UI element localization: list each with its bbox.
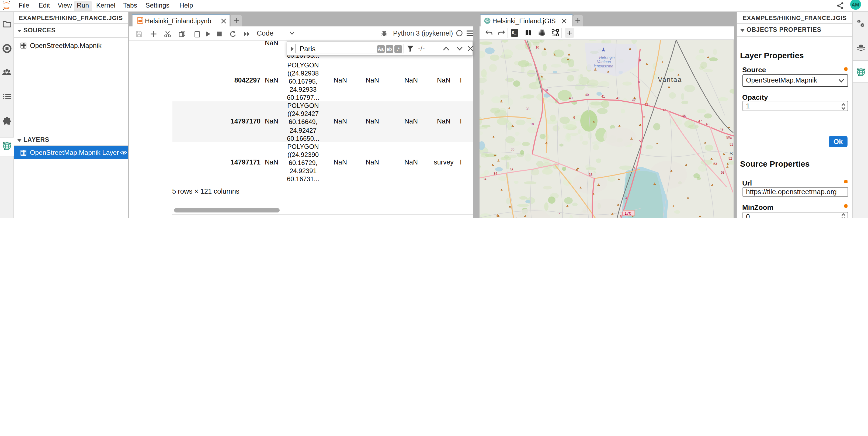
svg-text:10: 10 <box>544 88 548 92</box>
svg-text:3: 3 <box>620 215 621 218</box>
svg-text:8: 8 <box>638 80 640 84</box>
svg-text:38: 38 <box>526 107 530 111</box>
svg-text:9: 9 <box>639 58 641 62</box>
svg-text:51: 51 <box>730 142 733 146</box>
svg-text:50a: 50a <box>726 135 732 139</box>
svg-text:41: 41 <box>616 96 620 100</box>
svg-text:46: 46 <box>682 114 686 118</box>
svg-text:42: 42 <box>632 98 636 102</box>
svg-text:47: 47 <box>698 119 702 123</box>
svg-text:53: 53 <box>721 170 725 174</box>
svg-text:lentoasema: lentoasema <box>594 64 613 68</box>
svg-text:Helsingin: Helsingin <box>599 55 615 59</box>
svg-text:41: 41 <box>601 94 605 98</box>
svg-text:10: 10 <box>535 45 539 49</box>
svg-text:36: 36 <box>511 147 515 151</box>
svg-text:40: 40 <box>569 96 573 100</box>
svg-text:38: 38 <box>589 173 593 176</box>
svg-text:49: 49 <box>720 127 723 131</box>
svg-text:52: 52 <box>728 156 732 160</box>
svg-text:48: 48 <box>706 122 710 126</box>
svg-text:Vantaa: Vantaa <box>658 76 682 83</box>
svg-text:5: 5 <box>643 115 645 119</box>
svg-text:40: 40 <box>585 93 589 96</box>
svg-text:6: 6 <box>573 115 575 119</box>
svg-text:S: S <box>730 151 733 156</box>
svg-text:4: 4 <box>633 166 636 170</box>
svg-text:170: 170 <box>624 211 631 215</box>
svg-text:34: 34 <box>494 172 497 175</box>
svg-text:35: 35 <box>510 168 514 172</box>
svg-text:Vantaan: Vantaan <box>597 59 611 64</box>
svg-text:3: 3 <box>625 196 627 200</box>
svg-text:43: 43 <box>644 103 648 106</box>
svg-text:5: 5 <box>639 139 641 143</box>
svg-text:7: 7 <box>558 212 560 216</box>
svg-text:18: 18 <box>530 122 534 126</box>
svg-text:34: 34 <box>483 177 487 181</box>
svg-text:45: 45 <box>663 108 666 112</box>
svg-text:53: 53 <box>713 162 717 166</box>
